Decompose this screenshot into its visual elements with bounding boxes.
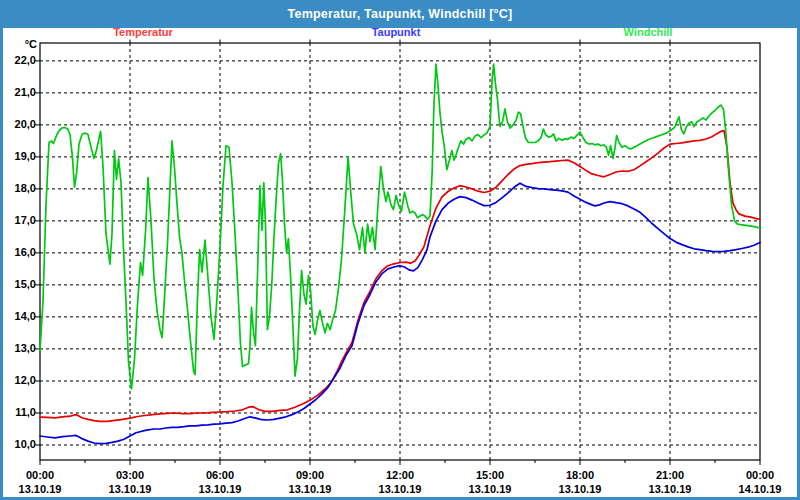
x-tick-date-label: 13.10.19 [5,483,75,496]
x-tick-date-label: 13.10.19 [455,483,525,496]
y-tick-label: 21,0 [6,86,36,99]
y-tick-label: 14,0 [6,310,36,323]
y-tick-label: 19,0 [6,150,36,163]
x-tick-time-label: 03:00 [95,469,165,482]
y-tick-label: 22,0 [6,54,36,67]
title-bar: Temperatur, Taupunkt, Windchill [°C] [0,0,800,28]
y-tick-label: 18,0 [6,182,36,195]
x-tick-time-label: 00:00 [725,469,795,482]
x-tick-date-label: 13.10.19 [545,483,615,496]
x-tick-date-label: 13.10.19 [365,483,435,496]
y-axis-unit-label: °C [6,38,37,50]
y-tick-label: 10,0 [6,438,36,451]
y-tick-label: 20,0 [6,118,36,131]
x-tick-time-label: 18:00 [545,469,615,482]
window-title: Temperatur, Taupunkt, Windchill [°C] [288,7,513,21]
x-tick-date-label: 13.10.19 [185,483,255,496]
x-tick-time-label: 06:00 [185,469,255,482]
chart-window: Temperatur, Taupunkt, Windchill [°C] Tem… [0,0,800,500]
y-tick-label: 13,0 [6,342,36,355]
x-tick-time-label: 09:00 [275,469,345,482]
chart-plot-area [0,0,800,500]
y-tick-label: 12,0 [6,374,36,387]
x-tick-date-label: 13.10.19 [275,483,345,496]
y-tick-label: 16,0 [6,246,36,259]
x-tick-date-label: 13.10.19 [635,483,705,496]
x-tick-time-label: 21:00 [635,469,705,482]
x-tick-time-label: 12:00 [365,469,435,482]
y-tick-label: 15,0 [6,278,36,291]
x-tick-time-label: 00:00 [5,469,75,482]
x-tick-time-label: 15:00 [455,469,525,482]
x-tick-date-label: 13.10.19 [95,483,165,496]
x-tick-date-label: 14.10.19 [725,483,795,496]
y-tick-label: 11,0 [6,406,36,419]
y-tick-label: 17,0 [6,214,36,227]
